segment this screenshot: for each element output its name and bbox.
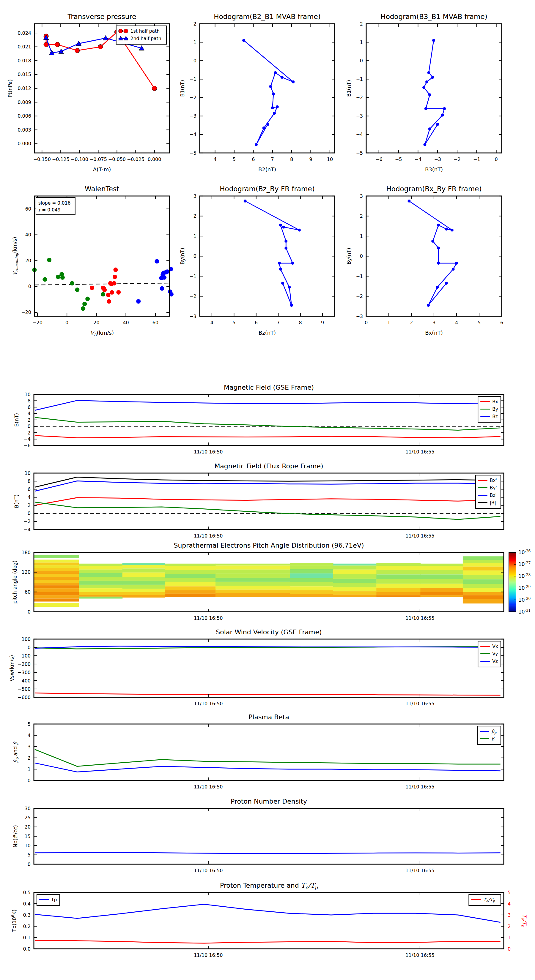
svg-text:11/10 16:55: 11/10 16:55 [406,784,434,790]
svg-text:−0.025: −0.025 [127,156,144,162]
svg-text:10-31: 10-31 [518,608,530,615]
svg-text:11/10 16:55: 11/10 16:55 [406,868,434,873]
svg-text:Np(#/cc): Np(#/cc) [13,825,18,847]
svg-text:Vy: Vy [492,651,498,657]
svg-text:−0.100: −0.100 [71,156,88,162]
svg-text:VA(km/s): VA(km/s) [90,329,114,337]
svg-text:−3: −3 [356,313,363,319]
svg-text:−2: −2 [454,156,461,162]
svg-text:−2: −2 [356,95,363,100]
svg-text:A(T·m): A(T·m) [93,166,111,173]
svg-text:40: 40 [25,232,31,237]
svg-text:8: 8 [290,156,293,162]
svg-text:0: 0 [28,283,31,289]
svg-text:r = 0.049: r = 0.049 [38,207,61,213]
svg-text:Bz(nT): Bz(nT) [259,329,276,336]
svg-text:2: 2 [410,320,413,326]
chart-walen-test: −200204060−200204060WalenTestVA(km/s)Vre… [35,196,169,316]
svg-text:−4: −4 [189,132,196,137]
svg-text:−4: −4 [356,132,363,137]
svg-text:−0.125: −0.125 [52,156,70,162]
svg-text:1st half path: 1st half path [131,29,160,34]
svg-text:−2: −2 [24,430,30,436]
chart-solar-wind-velocity: 11/10 16:5011/10 16:55−600−500−400−300−2… [34,639,504,697]
svg-text:WalenTest: WalenTest [85,185,119,193]
svg-text:Plasma Beta: Plasma Beta [249,713,289,721]
svg-text:15: 15 [25,834,30,839]
svg-text:slope = 0.016: slope = 0.016 [38,200,70,206]
svg-text:0.012: 0.012 [18,86,31,91]
svg-text:1: 1 [360,40,363,45]
svg-text:0.2: 0.2 [23,924,30,929]
svg-text:pitch angle (deg): pitch angle (deg) [12,560,18,604]
svg-text:11/10 16:50: 11/10 16:50 [194,868,223,873]
svg-text:−4: −4 [24,436,30,442]
svg-text:5: 5 [508,890,511,896]
svg-text:6: 6 [500,320,503,326]
svg-text:0.000: 0.000 [148,156,161,162]
svg-text:2: 2 [360,21,363,27]
svg-text:11/10 16:55: 11/10 16:55 [406,533,434,539]
svg-text:0.006: 0.006 [18,113,31,119]
svg-text:0.1: 0.1 [23,935,30,940]
svg-text:0.009: 0.009 [18,100,31,105]
svg-text:−3: −3 [189,113,196,119]
svg-text:Bx: Bx [492,399,498,404]
svg-text:0.015: 0.015 [18,72,31,77]
svg-text:0: 0 [508,946,511,952]
svg-text:−3: −3 [434,156,441,162]
svg-text:1: 1 [360,234,363,239]
svg-text:0: 0 [365,320,368,326]
svg-text:2: 2 [28,417,30,423]
svg-text:0: 0 [193,58,196,64]
svg-text:0.003: 0.003 [18,127,31,133]
svg-text:30: 30 [25,806,30,811]
svg-text:Bz: Bz [492,414,498,419]
svg-text:B2(nT): B2(nT) [258,166,276,173]
svg-text:8: 8 [28,398,30,404]
svg-text:1: 1 [508,935,511,940]
svg-text:0: 0 [65,320,69,326]
svg-text:2nd half path: 2nd half path [131,36,161,41]
svg-text:−1: −1 [473,156,480,162]
svg-text:0: 0 [28,609,30,615]
svg-text:11/10 16:50: 11/10 16:50 [194,449,223,455]
svg-text:Proton Temperature and Te/Tp: Proton Temperature and Te/Tp [220,882,318,890]
svg-text:0.018: 0.018 [18,58,31,64]
svg-text:3: 3 [193,193,196,199]
svg-text:0.0: 0.0 [23,946,30,952]
svg-text:−5: −5 [189,150,196,156]
svg-text:10: 10 [25,392,30,397]
svg-text:10-29: 10-29 [518,585,530,591]
svg-text:−5: −5 [356,150,363,156]
svg-text:10-28: 10-28 [518,573,530,579]
svg-text:By(nT): By(nT) [346,248,352,264]
svg-text:−4: −4 [415,156,422,162]
svg-text:60: 60 [152,320,158,326]
svg-text:Magnetic Field (Flux Rope Fram: Magnetic Field (Flux Rope Frame) [214,462,323,470]
svg-text:Vremaining(km/s): Vremaining(km/s) [12,237,19,275]
svg-text:−2: −2 [189,293,196,299]
svg-text:0: 0 [28,423,30,429]
chart-pitch-angle-distribution: 11/10 16:5011/10 16:55060120180Suprather… [34,552,504,612]
svg-text:20: 20 [25,258,31,263]
svg-text:11/10 16:50: 11/10 16:50 [194,701,223,706]
svg-text:6: 6 [28,487,30,492]
svg-text:10-27: 10-27 [518,561,530,567]
svg-text:0.000: 0.000 [18,141,31,146]
svg-text:5: 5 [28,852,30,858]
svg-text:−0.075: −0.075 [89,156,107,162]
svg-text:β: β [492,736,495,741]
svg-text:2: 2 [28,755,30,761]
svg-text:3: 3 [508,912,511,918]
svg-text:Transverse pressure: Transverse pressure [67,13,136,21]
svg-text:10-26: 10-26 [518,549,531,555]
svg-text:8: 8 [28,479,30,484]
svg-text:−3: −3 [189,313,196,319]
svg-text:0: 0 [28,778,30,783]
svg-text:2: 2 [508,924,511,929]
svg-text:4: 4 [455,320,458,326]
svg-text:Hodogram(Bx_By FR frame): Hodogram(Bx_By FR frame) [386,185,482,193]
svg-text:−1: −1 [356,76,363,82]
svg-text:4: 4 [28,495,30,500]
